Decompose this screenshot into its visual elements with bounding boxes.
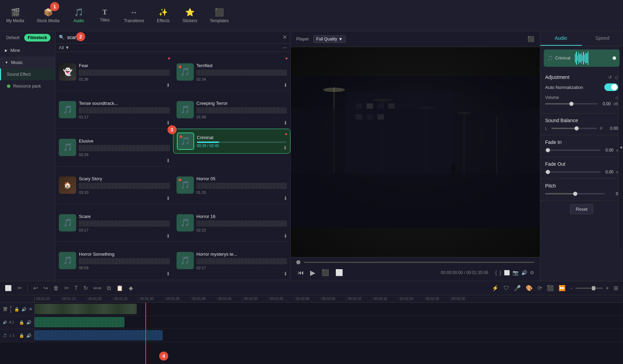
- download-icon-criminal[interactable]: ⬇: [283, 145, 287, 151]
- toolbar-my-media[interactable]: 🎬 My Media: [3, 6, 27, 25]
- tl-layout-button[interactable]: ⊞: [612, 283, 620, 293]
- video-clip-v1[interactable]: [35, 304, 137, 314]
- heart-icon-fear[interactable]: ♥: [168, 56, 170, 61]
- volume-slider-thumb[interactable]: [569, 102, 574, 106]
- audio-card-scare[interactable]: 🎵 Scare 03:17 ⬇: [55, 204, 173, 242]
- download-icon-creeping[interactable]: ⬇: [283, 120, 288, 126]
- track-volume-icon-v1[interactable]: 🔊: [21, 307, 27, 312]
- go-to-start-button[interactable]: ⏮: [296, 268, 305, 278]
- timeline-copy[interactable]: ⧉: [106, 284, 112, 293]
- audio-card-horror16[interactable]: 🎵 Horror 16 02:22 ⬇: [173, 204, 291, 242]
- track-volume-icon-music1[interactable]: 🔊: [26, 333, 31, 338]
- nav-sound-effect[interactable]: Sound Effect: [0, 69, 55, 80]
- heart-icon-terrified[interactable]: ♥: [285, 56, 288, 61]
- reset-button[interactable]: Reset: [570, 204, 594, 214]
- track-lock-icon-v1[interactable]: 🔒: [14, 307, 19, 312]
- volume-diamond-icon[interactable]: ◇: [615, 95, 618, 100]
- download-icon-scare[interactable]: ⬇: [166, 233, 170, 239]
- nav-music[interactable]: ▼ Music: [0, 56, 55, 69]
- heart-icon-criminal[interactable]: ♥: [285, 132, 287, 137]
- fullscreen-icon[interactable]: ⬜: [504, 270, 510, 275]
- snapshot-icon[interactable]: 📷: [513, 270, 518, 275]
- toolbar-titles[interactable]: T Titles: [95, 6, 114, 25]
- audio-card-scary-story[interactable]: 🏠 Scary Story 03:10 ⬇: [55, 166, 173, 204]
- tl-shield-button[interactable]: 🛡: [502, 284, 511, 293]
- diamond-icon[interactable]: ◇: [615, 75, 618, 80]
- audio-card-tense[interactable]: 🎵 Tense soundtrack... 01:17 ⬇: [55, 91, 173, 129]
- download-icon-horror05[interactable]: ⬇: [283, 195, 288, 201]
- sound-balance-thumb[interactable]: [575, 126, 579, 130]
- search-input[interactable]: [67, 35, 280, 40]
- toolbar-transitions[interactable]: ↔️ Transitions: [121, 6, 147, 25]
- toolbar-templates[interactable]: ⬛ Templates: [207, 6, 232, 25]
- toolbar-stickers[interactable]: ⭐ Stickers: [180, 6, 200, 25]
- tab-audio-settings[interactable]: Audio: [540, 31, 582, 46]
- fade-in-track[interactable]: [545, 149, 601, 151]
- fullscreen-button[interactable]: ⬛: [527, 36, 534, 42]
- tl-motion-button[interactable]: ⟳: [536, 283, 543, 293]
- download-icon-horror-something[interactable]: ⬇: [166, 271, 170, 276]
- audio-clip-music1[interactable]: [35, 330, 163, 340]
- settings-icon[interactable]: ⚙: [530, 270, 534, 275]
- quality-select[interactable]: Full Quality ▼: [313, 35, 346, 43]
- track-eye-icon-v1[interactable]: 👁: [29, 307, 33, 312]
- audio-card-horror-something[interactable]: 🎵 Horror Something 00:59 ⬇: [55, 242, 173, 280]
- zoom-slider[interactable]: [575, 288, 603, 289]
- toolbar-effects[interactable]: ✨ Effects: [154, 6, 173, 25]
- timeline-text[interactable]: T: [73, 284, 79, 293]
- tl-speed-button[interactable]: ⏩: [557, 283, 567, 293]
- audio-card-horror05[interactable]: 🎵 Horror 05 01:33 ⬇: [173, 166, 291, 204]
- timeline-tool-select[interactable]: ⬜: [3, 283, 13, 293]
- timeline-rotate[interactable]: ↻: [82, 283, 89, 293]
- audio-card-creeping[interactable]: 🎵 Creeping Terror 01:08 ⬇: [173, 91, 291, 129]
- timeline-redo[interactable]: ↪: [42, 283, 49, 293]
- fade-out-thumb[interactable]: [546, 170, 550, 174]
- pitch-thumb[interactable]: [573, 192, 577, 196]
- download-icon-tense[interactable]: ⬇: [166, 120, 170, 126]
- download-icon-horror16[interactable]: ⬇: [283, 233, 288, 239]
- zoom-slider-thumb[interactable]: [592, 286, 595, 290]
- track-lock-icon-a1[interactable]: 🔒: [19, 320, 24, 325]
- zoom-in-button[interactable]: +: [604, 284, 610, 293]
- panel-collapse-button[interactable]: ◀: [618, 47, 623, 247]
- timeline-undo[interactable]: ↩: [32, 283, 39, 293]
- nav-mine[interactable]: ▶ Mine: [0, 44, 55, 56]
- track-lock-icon-music1[interactable]: 🔒: [19, 333, 24, 338]
- play-button[interactable]: ▶: [309, 267, 317, 278]
- toolbar-audio[interactable]: 🎵 Audio: [69, 6, 88, 25]
- timeline-bar[interactable]: [304, 262, 534, 263]
- go-to-end-button[interactable]: ⬜: [334, 267, 344, 278]
- stop-button[interactable]: ⬛: [320, 267, 331, 278]
- download-icon-horror-mysterys[interactable]: ⬇: [283, 271, 288, 276]
- audio-card-fear[interactable]: 👻 Fear 01:36 ♥ ⬇: [55, 53, 173, 91]
- audio-card-horror-mysterys[interactable]: 🎵 Horror mysterys te... 02:17 ⬇: [173, 242, 291, 280]
- tl-crop-button[interactable]: ⬛: [545, 283, 555, 293]
- zoom-out-button[interactable]: -: [569, 284, 574, 293]
- audio-clip-a1[interactable]: [35, 317, 125, 327]
- pitch-track[interactable]: [545, 193, 605, 194]
- timeline-keyframe[interactable]: ◆: [127, 283, 134, 293]
- download-icon-fear[interactable]: ⬇: [166, 82, 170, 88]
- timeline-paste[interactable]: 📋: [115, 283, 125, 293]
- out-point-icon[interactable]: }: [499, 270, 501, 275]
- download-icon-terrified[interactable]: ⬇: [283, 82, 288, 88]
- tl-mic-button[interactable]: 🎤: [513, 283, 522, 293]
- auto-norm-toggle[interactable]: [604, 83, 618, 91]
- tab-default[interactable]: Default: [3, 34, 23, 42]
- filter-all-button[interactable]: All ▼: [59, 45, 70, 50]
- fade-out-track[interactable]: [545, 171, 601, 173]
- reset-icon[interactable]: ↺: [608, 75, 612, 80]
- more-options-icon[interactable]: ⋯: [283, 45, 287, 50]
- tab-filmstock[interactable]: Filmstock: [24, 34, 51, 42]
- in-point-icon[interactable]: {: [495, 270, 497, 275]
- search-clear-button[interactable]: ✕: [282, 34, 287, 40]
- tl-color-button[interactable]: 🎨: [524, 283, 534, 293]
- sound-balance-track[interactable]: [551, 128, 597, 129]
- nav-resource-pack[interactable]: Resource pack: [0, 80, 55, 92]
- audio-card-criminal[interactable]: 🎵 Criminal 00:39 / 02:45 ♥ ⬇: [173, 129, 291, 154]
- volume-knob-slider[interactable]: [606, 56, 617, 61]
- timeline-split[interactable]: ✂: [63, 283, 70, 293]
- audio-card-terrified[interactable]: 🎵 Terrified 02:34 ♥ ⬇: [173, 53, 291, 91]
- fade-in-thumb[interactable]: [546, 148, 550, 152]
- timeline-tool-cut[interactable]: ✂: [16, 283, 23, 293]
